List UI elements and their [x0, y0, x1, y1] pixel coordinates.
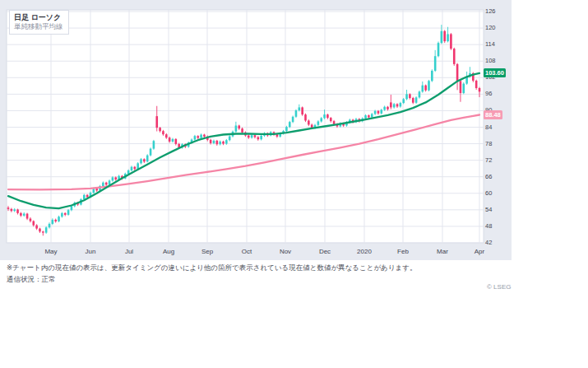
indicator-label: 単純移動平均線: [14, 22, 63, 30]
chart-canvas[interactable]: [0, 0, 512, 260]
x-tick-label: Feb: [389, 248, 417, 255]
x-tick-label: Apr: [465, 248, 493, 255]
x-tick-label: Aug: [155, 248, 183, 255]
y-tick-label: 54: [485, 207, 492, 213]
x-tick-label: Jul: [115, 248, 143, 255]
chart-widget-page: { "widget": { "legend": { "title": "日足 ロ…: [0, 0, 588, 368]
x-tick-label: Dec: [311, 248, 339, 255]
x-tick-label: Sep: [193, 248, 221, 255]
y-tick-label: 66: [485, 174, 492, 180]
x-tick-label: Jun: [76, 248, 104, 255]
y-tick-label: 120: [485, 25, 496, 31]
y-tick-label: 72: [485, 157, 492, 164]
y-tick-label: 126: [485, 8, 496, 15]
x-tick-label: Mar: [428, 248, 456, 255]
y-axis: 12612011410810296908478726660544842: [484, 0, 512, 260]
y-tick-label: 114: [485, 41, 495, 48]
connection-status: 通信状況：正常: [7, 275, 56, 284]
chart-type-label: 日足 ローソク: [14, 13, 63, 22]
disclaimer-text: ※チャート内の現在値の表示は、更新タイミングの違いにより他の箇所で表示されている…: [7, 263, 416, 273]
y-tick-label: 78: [485, 141, 492, 147]
x-tick-label: Nov: [271, 248, 299, 255]
sma-short-badge: 103.60: [484, 68, 506, 77]
copyright-lseg: © LSEG: [487, 283, 511, 291]
x-axis: MayJunJulAugSepOctNovDec2020FebMarApr: [0, 243, 484, 260]
y-tick-label: 96: [485, 91, 492, 97]
x-tick-label: May: [37, 248, 65, 255]
chart-legend: 日足 ローソク 単純移動平均線: [9, 10, 69, 35]
y-tick-label: 60: [485, 190, 492, 197]
x-tick-label: 2020: [350, 248, 378, 255]
y-tick-label: 84: [485, 124, 492, 131]
y-tick-label: 108: [485, 58, 496, 64]
y-tick-label: 42: [485, 240, 492, 246]
y-tick-label: 48: [485, 223, 492, 230]
chart-panel: 日足 ローソク 単純移動平均線 126120114108102969084787…: [0, 0, 512, 260]
sma-long-badge: 88.48: [484, 110, 502, 119]
x-tick-label: Oct: [233, 248, 261, 255]
